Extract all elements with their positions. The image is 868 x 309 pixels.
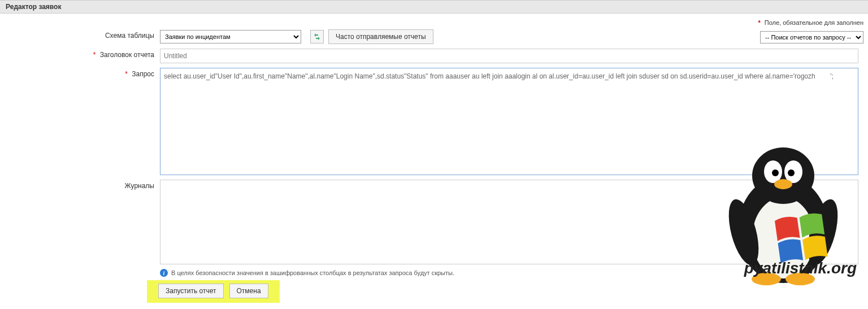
label-query: * Запрос	[0, 68, 160, 78]
page-title: Редактор заявок	[6, 3, 61, 11]
frequent-reports-button[interactable]: Часто отправляемые отчеты	[328, 29, 433, 44]
logs-textarea[interactable]	[160, 180, 858, 264]
action-buttons-row: Запустить отчет Отмена	[147, 280, 280, 303]
row-schema: Схема таблицы Заявки по инцидентам Часто…	[0, 29, 868, 44]
row-query: * Запрос	[0, 68, 868, 175]
report-title-input[interactable]	[160, 49, 858, 63]
search-reports-select[interactable]: -- Поиск отчетов по запросу --	[760, 31, 863, 43]
row-title: * Заголовок отчета	[0, 49, 868, 63]
label-logs: Журналы	[0, 180, 160, 190]
required-field-note: * Поле, обязательное для заполнен	[0, 19, 868, 26]
schema-select[interactable]: Заявки по инцидентам	[160, 30, 301, 43]
search-reports-wrap: -- Поиск отчетов по запросу --	[760, 31, 863, 43]
row-logs: Журналы	[0, 180, 868, 264]
label-logs-text: Журналы	[125, 182, 154, 190]
content-area: * Поле, обязательное для заполнен -- Пои…	[0, 14, 868, 303]
query-textarea[interactable]	[160, 68, 858, 175]
required-star-icon: *	[758, 19, 760, 26]
label-title: * Заголовок отчета	[0, 49, 160, 59]
cancel-button[interactable]: Отмена	[229, 284, 268, 298]
security-info-text: В целях безопасности значения в зашифров…	[171, 269, 454, 276]
label-title-text: Заголовок отчета	[100, 51, 154, 59]
required-star-icon: *	[93, 51, 96, 59]
label-query-text: Запрос	[132, 70, 154, 78]
required-note-text: Поле, обязательное для заполнен	[765, 19, 863, 26]
security-info-row: i В целях безопасности значения в зашифр…	[160, 269, 868, 277]
header-bar: Редактор заявок	[0, 0, 868, 14]
label-schema-text: Схема таблицы	[105, 32, 154, 40]
label-schema: Схема таблицы	[0, 29, 160, 40]
field-query	[160, 68, 868, 175]
field-title	[160, 49, 868, 63]
swap-icon	[314, 33, 320, 40]
field-logs	[160, 180, 868, 264]
run-report-button[interactable]: Запустить отчет	[158, 284, 224, 298]
info-icon: i	[160, 269, 168, 277]
schema-swap-button[interactable]	[310, 30, 324, 43]
required-star-icon: *	[125, 70, 128, 78]
